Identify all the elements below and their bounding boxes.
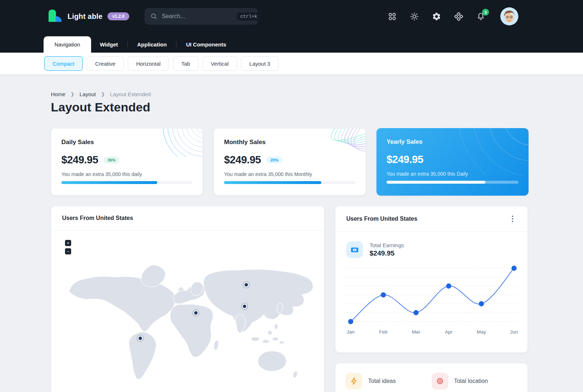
- stat-value: $249.95: [370, 249, 404, 257]
- card-subtitle: You made an extra 35,000 this Monthly: [224, 171, 355, 177]
- apps-grid-icon[interactable]: [387, 12, 397, 21]
- map-card-title: Users From United States: [62, 215, 133, 221]
- tab-separator: [176, 41, 176, 48]
- brand-name: Light able: [68, 12, 102, 21]
- app-header: Light able v1.2.0 ctrl+k 3: [0, 0, 583, 33]
- breadcrumb-layout[interactable]: Layout: [80, 91, 96, 97]
- progress-fill: [387, 181, 486, 184]
- app-logo-icon: [46, 8, 62, 25]
- right-column: Users From United States Total Earnings …: [335, 206, 528, 392]
- main-nav-tabs: Navigation Widget Application UI Compone…: [0, 33, 583, 53]
- world-map[interactable]: + −: [51, 230, 324, 384]
- total-earnings-row: Total Earnings $249.95: [346, 241, 517, 258]
- kebab-menu-icon[interactable]: [509, 215, 517, 223]
- widgets-diamond-icon[interactable]: [454, 12, 463, 21]
- pill-creative[interactable]: Creative: [87, 56, 124, 71]
- totals-card: Total ideas Total location: [335, 363, 528, 392]
- svg-text:Jan: Jan: [347, 329, 355, 335]
- notification-count-badge: 3: [482, 9, 489, 16]
- breadcrumb-home[interactable]: Home: [51, 91, 65, 97]
- stat-label: Total Earnings: [370, 242, 404, 248]
- stat-cards-row: Daily Sales $249.95 36% You made an extr…: [51, 128, 529, 196]
- search-shortcut-kbd: ctrl+k: [237, 12, 261, 21]
- breadcrumb: Home ❯ Layout ❯ Layout Extended: [51, 91, 529, 97]
- card-title: Monthly Sales: [224, 139, 355, 146]
- users-map-card: Users From United States + −: [51, 206, 325, 392]
- world-map-svg: [62, 236, 314, 384]
- monthly-sales-card: Monthly Sales $249.95 20% You made an ex…: [213, 128, 366, 196]
- svg-text:Mar: Mar: [412, 329, 420, 335]
- svg-text:Jun: Jun: [510, 329, 518, 335]
- map-zoom-in-button[interactable]: +: [65, 240, 71, 246]
- card-subtitle: You made an extra 35,000 this Daily: [387, 171, 518, 177]
- arc-decoration: [434, 128, 529, 175]
- pill-layout-3[interactable]: Layout 3: [241, 56, 279, 71]
- total-label: Total location: [454, 378, 488, 384]
- page-title: Layout Extended: [51, 100, 529, 114]
- pill-tab[interactable]: Tab: [173, 56, 198, 71]
- version-badge: v1.2.0: [107, 12, 129, 20]
- map-zoom-out-button[interactable]: −: [65, 248, 71, 254]
- earnings-line-chart: JanFebMarAprMayJun: [346, 264, 517, 336]
- tab-widget[interactable]: Widget: [91, 36, 127, 53]
- svg-text:Apr: Apr: [445, 329, 453, 335]
- search-icon: [150, 13, 158, 20]
- card-amount: $249.95: [387, 154, 423, 166]
- sub-nav-pills: Compact Creative Horizontal Tab Vertical…: [0, 53, 583, 74]
- svg-text:Feb: Feb: [379, 329, 387, 335]
- total-ideas-item: Total ideas: [346, 373, 432, 389]
- users-earnings-card: Users From United States Total Earnings …: [335, 206, 528, 353]
- card-title: Daily Sales: [61, 139, 192, 146]
- lightning-icon: [346, 373, 362, 389]
- svg-text:May: May: [477, 329, 486, 335]
- yearly-sales-card: Yearly Sales $249.95 You made an extra 3…: [376, 128, 529, 196]
- progress-track: [387, 181, 518, 184]
- daily-sales-card: Daily Sales $249.95 36% You made an extr…: [51, 128, 203, 196]
- chevron-right-icon: ❯: [101, 91, 105, 97]
- total-label: Total ideas: [368, 378, 396, 384]
- progress-fill: [224, 181, 321, 184]
- card-amount: $249.95: [224, 154, 261, 166]
- brand-area[interactable]: Light able v1.2.0: [46, 8, 129, 25]
- percent-badge: 20%: [266, 156, 282, 164]
- pill-horizontal[interactable]: Horizontal: [128, 56, 169, 71]
- card-amount: $249.95: [61, 154, 98, 166]
- pill-compact[interactable]: Compact: [44, 56, 83, 71]
- settings-gear-icon[interactable]: [432, 12, 441, 21]
- progress-fill: [61, 181, 157, 184]
- theme-sun-icon[interactable]: [409, 12, 419, 21]
- tab-application[interactable]: Application: [129, 36, 176, 53]
- page-content: Home ❯ Layout ❯ Layout Extended Layout E…: [0, 91, 583, 392]
- progress-track: [224, 181, 355, 184]
- search-input[interactable]: [162, 13, 237, 20]
- progress-track: [61, 181, 192, 184]
- location-target-icon: [432, 373, 448, 389]
- tab-navigation[interactable]: Navigation: [44, 36, 91, 53]
- card-subtitle: You made an extra 35,000 this daily: [61, 171, 192, 177]
- earnings-card-title: Users From United States: [346, 216, 417, 222]
- user-avatar[interactable]: [500, 7, 518, 25]
- breadcrumb-current: Layout Extended: [110, 91, 151, 97]
- chevron-right-icon: ❯: [70, 91, 74, 97]
- card-title: Yearly Sales: [387, 138, 518, 146]
- total-location-item: Total location: [432, 373, 518, 389]
- pill-vertical[interactable]: Vertical: [203, 56, 237, 71]
- tab-ui-components[interactable]: UI Components: [177, 36, 235, 53]
- global-search[interactable]: ctrl+k: [144, 8, 258, 25]
- notifications-bell-icon[interactable]: 3: [476, 12, 485, 21]
- tab-separator: [127, 41, 128, 48]
- percent-badge: 36%: [103, 156, 119, 164]
- cash-icon: [346, 241, 363, 258]
